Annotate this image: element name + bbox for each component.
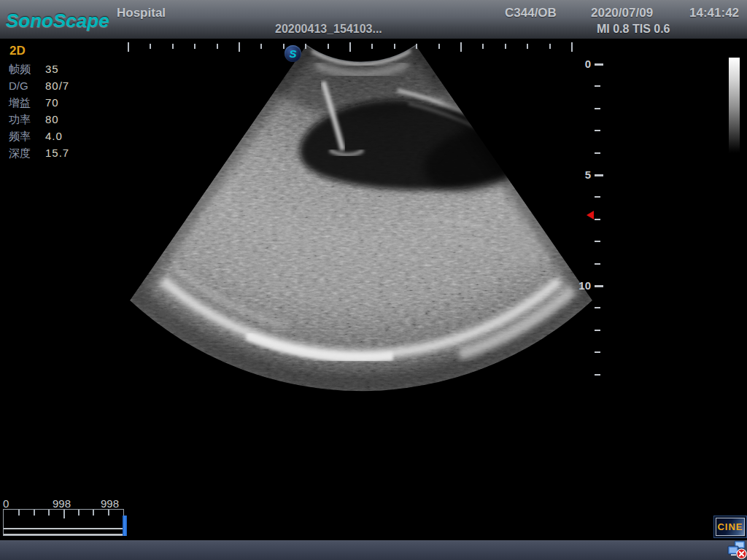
ruler-tick [394,44,395,49]
ruler-tick [549,44,551,49]
hospital-name: Hospital [117,6,166,20]
depth-label: 5 [562,168,591,181]
param-label: 增益 [9,94,45,111]
scrub-tick [18,510,20,516]
mode-label: 2D [9,44,26,58]
ruler-tick [371,44,373,49]
cine-current-frame: 998 [53,497,71,510]
ruler-tick [482,44,484,49]
ruler-tick [416,44,417,49]
ruler-tick [527,44,528,49]
ruler-tick [150,44,151,49]
param-row-frame-rate: 帧频 35 [9,61,69,77]
depth-tick [595,285,603,287]
ruler-tick [460,42,462,52]
depth-tick [595,108,600,109]
param-row-power: 功率 80 [9,111,69,128]
param-label: D/G [9,77,45,94]
cine-button-label: CINE [716,518,745,536]
cine-total-frames: 998 [101,497,119,510]
param-row-frequency: 频率 4.0 [9,128,69,144]
param-value: 15.7 [45,144,69,161]
depth-label: 10 [562,279,591,292]
depth-tick [595,307,600,308]
ruler-tick [305,44,306,49]
depth-tick [595,152,600,154]
scrub-tick [108,510,109,516]
ruler-tick [283,44,285,49]
exam-time: 14:41:42 [689,6,739,20]
ultrasound-image [0,0,747,560]
ruler-tick [239,42,240,52]
depth-tick [595,219,600,220]
param-row-depth: 深度 15.7 [9,144,69,161]
depth-tick [595,174,603,176]
ruler-tick [438,44,440,49]
param-value: 35 [45,61,59,77]
exam-date: 2020/07/09 [591,6,653,20]
depth-tick [595,374,600,376]
ruler-tick [217,44,218,49]
cine-start-frame: 0 [3,497,9,510]
network-status-icon[interactable] [727,540,747,559]
param-label: 功率 [9,111,45,128]
scrub-tick [34,510,35,516]
ruler-tick [172,44,174,49]
cine-button[interactable]: CINE [713,516,747,538]
param-row-gain: 增益 70 [9,94,69,111]
depth-tick [595,63,603,66]
probe-preset-label: C344/OB [505,6,557,20]
scrub-tick [78,510,80,516]
ruler-tick [194,44,196,49]
header-bar: SonoScape Hospital C344/OB 2020/07/09 14… [0,0,747,39]
depth-tick [595,196,600,198]
param-value: 80/7 [45,77,69,94]
cine-scrub-thumb[interactable] [123,516,127,536]
param-panel: 帧频 35 D/G 80/7 增益 70 功率 80 频率 4.0 深度 15.… [9,61,69,161]
exam-filename: 20200413_154103... [275,23,382,36]
depth-tick [595,330,600,331]
bottom-bar [0,540,747,560]
depth-tick [595,241,600,242]
ultrasound-screen: SonoScape Hospital C344/OB 2020/07/09 14… [0,0,747,560]
grayscale-bar [729,58,740,153]
scrub-tick [93,510,94,516]
ruler-tick [571,42,573,52]
param-value: 70 [45,94,59,111]
depth-label: 0 [562,58,591,70]
depth-tick [595,85,600,87]
param-label: 帧频 [9,61,45,77]
depth-tick [595,263,600,265]
param-value: 4.0 [45,128,63,144]
cine-scrub-groove [4,528,123,535]
param-row-dg: D/G 80/7 [9,77,69,94]
ruler-tick [328,44,329,49]
param-label: 深度 [9,144,45,161]
scrub-tick [63,510,65,518]
probe-orientation-marker: S [285,45,301,62]
param-value: 80 [45,111,59,128]
depth-tick [595,351,600,353]
scrub-tick [48,510,50,516]
ruler-tick [260,44,262,49]
mi-tis-indicator: MI 0.8 TIS 0.6 [597,23,670,36]
ruler-tick [349,42,351,52]
cine-scrub-track[interactable] [3,509,124,536]
focus-marker-icon [587,211,594,219]
depth-tick [595,130,600,131]
ruler-tick [505,44,506,49]
ruler-tick [128,42,129,52]
param-label: 频率 [9,128,45,144]
brand-logo: SonoScape [6,9,109,32]
cine-scrubber: 0 998 998 [3,497,131,537]
